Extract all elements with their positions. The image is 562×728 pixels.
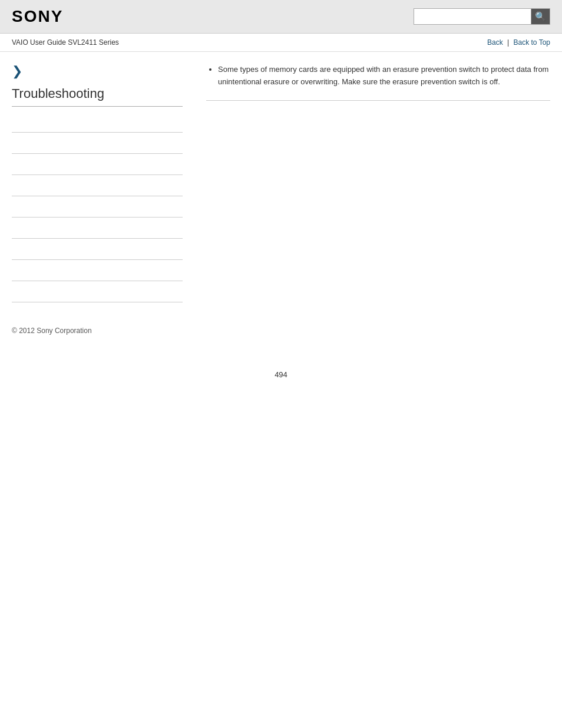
nav-separator: | xyxy=(507,38,509,47)
sidebar-link-1[interactable] xyxy=(12,118,14,126)
nav-bar: VAIO User Guide SVL2411 Series Back | Ba… xyxy=(0,34,562,52)
list-item xyxy=(12,111,183,133)
back-link[interactable]: Back xyxy=(487,38,503,47)
section-title: Troubleshooting xyxy=(12,86,183,107)
list-item xyxy=(12,196,183,218)
page-footer: © 2012 Sony Corporation xyxy=(0,314,562,358)
content-area: ❯ Troubleshooting Some types of memory c… xyxy=(0,52,562,314)
search-icon: 🔍 xyxy=(535,11,546,22)
sidebar-link-3[interactable] xyxy=(12,160,14,169)
sidebar-links xyxy=(12,111,183,302)
page-number: 494 xyxy=(0,358,562,391)
search-button[interactable]: 🔍 xyxy=(531,8,550,25)
sidebar-link-7[interactable] xyxy=(12,245,14,253)
sidebar-link-5[interactable] xyxy=(12,203,14,211)
main-content: Some types of memory cards are equipped … xyxy=(194,64,550,302)
list-item xyxy=(12,218,183,239)
sidebar-link-9[interactable] xyxy=(12,288,14,296)
content-divider xyxy=(206,100,550,101)
breadcrumb: VAIO User Guide SVL2411 Series xyxy=(12,38,119,47)
sidebar: ❯ Troubleshooting xyxy=(12,64,183,302)
search-input[interactable] xyxy=(414,8,531,25)
sidebar-link-4[interactable] xyxy=(12,182,14,190)
list-item xyxy=(12,154,183,175)
copyright-text: © 2012 Sony Corporation xyxy=(12,327,92,335)
search-container: 🔍 xyxy=(414,8,550,25)
sony-logo: SONY xyxy=(12,7,63,26)
content-list: Some types of memory cards are equipped … xyxy=(206,64,550,88)
list-item xyxy=(12,281,183,302)
chevron-right-icon: ❯ xyxy=(12,64,183,79)
nav-links: Back | Back to Top xyxy=(487,38,550,47)
sidebar-link-2[interactable] xyxy=(12,139,14,147)
list-item xyxy=(12,133,183,154)
list-item xyxy=(12,260,183,281)
sidebar-link-8[interactable] xyxy=(12,266,14,275)
page-header: SONY 🔍 xyxy=(0,0,562,34)
sidebar-link-6[interactable] xyxy=(12,224,14,232)
list-item xyxy=(12,239,183,260)
content-item-1: Some types of memory cards are equipped … xyxy=(218,64,550,88)
back-to-top-link[interactable]: Back to Top xyxy=(514,38,550,47)
list-item xyxy=(12,175,183,196)
